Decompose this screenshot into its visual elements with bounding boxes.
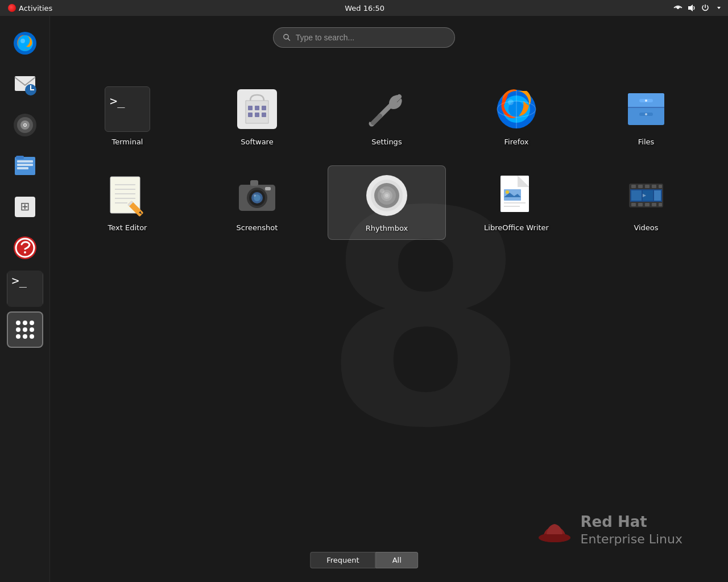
svg-point-29 [16,334,20,339]
svg-point-80 [380,189,384,193]
svg-marker-2 [717,7,721,9]
svg-point-12 [24,124,26,126]
files-label: Files [638,138,655,146]
svg-rect-36 [255,106,259,110]
app-terminal[interactable]: >_ Terminal [68,80,187,154]
svg-point-20 [14,236,36,259]
terminal-label: Terminal [112,138,143,146]
app-software[interactable]: Software [198,80,316,154]
svg-point-48 [508,99,514,105]
libreoffice-icon [494,172,539,218]
svg-rect-91 [652,185,656,188]
search-input[interactable] [296,33,445,42]
svg-point-26 [16,327,20,332]
settings-label: Settings [371,138,402,146]
svg-point-79 [385,194,388,197]
search-bar[interactable] [273,27,455,48]
system-tray [673,3,723,13]
power-icon[interactable] [701,3,710,13]
svg-rect-15 [17,164,33,166]
svg-rect-17 [16,156,24,159]
sidebar-item-files[interactable] [7,148,43,184]
app-screenshot[interactable]: Screenshot [198,165,316,240]
svg-rect-72 [265,187,271,190]
firefox-label: Firefox [504,138,528,146]
svg-rect-14 [17,160,33,163]
app-firefox[interactable]: Firefox [457,80,576,154]
svg-rect-97 [659,203,662,206]
topbar: Activities Wed 16:50 [0,0,728,16]
svg-rect-94 [638,203,643,206]
sidebar: ⊞ >_ [0,16,50,582]
svg-rect-96 [652,203,656,206]
sidebar-item-appgrid[interactable] [7,311,43,348]
screenshot-icon [234,172,280,218]
texteditor-label: Text Editor [108,223,147,232]
sidebar-item-firefox[interactable] [7,25,43,61]
redhat-logo: Red Hat Enterprise Linux [537,513,682,548]
svg-rect-92 [659,185,662,188]
terminal-icon: >_ [105,86,150,132]
tab-all[interactable]: All [376,552,418,568]
svg-point-31 [30,334,34,339]
svg-point-32 [284,34,288,39]
search-icon [283,33,291,42]
search-container [273,27,455,48]
svg-point-55 [645,113,647,115]
app-videos[interactable]: Videos [587,165,705,240]
svg-point-25 [30,321,34,325]
sidebar-item-software[interactable]: ⊞ [7,189,43,225]
sidebar-item-help[interactable] [7,230,43,266]
svg-rect-16 [17,167,28,169]
svg-rect-37 [262,106,266,110]
sidebar-item-sound[interactable] [7,107,43,143]
app-rhythmbox[interactable]: Rhythmbox [328,165,446,240]
sidebar-item-terminal[interactable]: >_ [7,271,43,307]
svg-rect-93 [631,203,636,206]
clock-display: Wed 16:50 [345,4,384,13]
sidebar-item-mail[interactable] [7,66,43,102]
app-texteditor[interactable]: Text Editor [68,165,187,240]
rhythmbox-label: Rhythmbox [366,224,408,232]
svg-point-104 [539,533,570,542]
svg-point-30 [23,334,27,339]
redhat-dot-icon [8,4,16,12]
app-files[interactable]: Files [587,80,705,154]
svg-rect-99 [631,190,642,201]
svg-point-54 [645,99,647,102]
svg-point-22 [24,251,26,253]
videos-label: Videos [634,223,658,232]
software-icon [234,86,280,132]
firefox-icon [494,86,539,132]
activities-button[interactable]: Activities [5,3,56,14]
svg-line-42 [373,116,380,123]
videos-icon [623,172,669,218]
svg-rect-95 [645,203,650,206]
volume-icon[interactable] [687,3,696,13]
app-grid: >_ Terminal Software [57,68,717,251]
svg-rect-101 [654,190,661,201]
svg-rect-38 [248,113,253,117]
redhat-hat-icon [537,516,572,544]
svg-rect-35 [248,106,253,110]
rhythmbox-icon [364,173,410,218]
app-settings[interactable]: Settings [328,80,446,154]
screenshot-label: Screenshot [237,223,278,232]
tab-frequent[interactable]: Frequent [310,552,375,568]
bottom-tabs: Frequent All [310,552,418,568]
app-libreoffice[interactable]: LibreOffice Writer [457,165,576,240]
svg-point-84 [506,190,509,194]
tray-dropdown-icon[interactable] [714,3,723,13]
svg-point-23 [16,321,20,325]
svg-point-70 [254,194,256,197]
texteditor-icon [105,172,150,218]
svg-point-24 [23,321,27,325]
files-icon [623,86,669,132]
svg-rect-88 [631,185,636,188]
svg-rect-40 [262,113,266,117]
redhat-text: Red Hat Enterprise Linux [581,513,682,548]
svg-rect-51 [628,107,664,108]
network-icon[interactable] [673,3,682,13]
svg-line-33 [288,39,290,41]
activities-label: Activities [19,4,52,13]
